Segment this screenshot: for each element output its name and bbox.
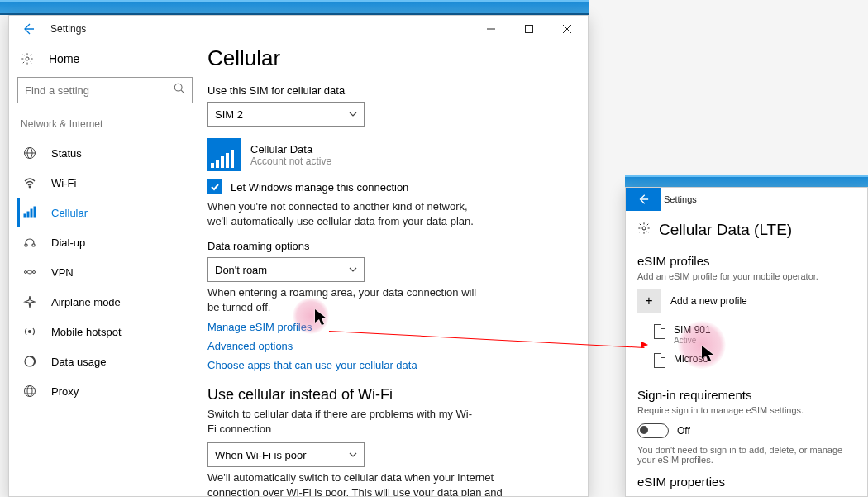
profile-name: Microso — [674, 353, 708, 365]
wifi-fallback-desc: We'll automatically switch to cellular d… — [207, 471, 513, 496]
sidebar-item-datausage[interactable]: Data usage — [17, 346, 196, 376]
airplane-icon — [23, 295, 36, 308]
globe-icon — [23, 146, 36, 160]
svg-point-17 — [25, 271, 27, 274]
svg-point-18 — [33, 271, 36, 274]
wifi-fallback-heading: Use cellular instead of Wi-Fi — [207, 386, 571, 404]
window-title: Settings — [47, 23, 472, 35]
sidebar-item-label: Mobile hotspot — [51, 326, 122, 338]
proxy-icon — [23, 385, 36, 398]
sidebar: Home Network & Internet Status Wi-Fi Cel… — [9, 42, 199, 496]
sim-card-icon — [654, 353, 665, 368]
sidebar-item-vpn[interactable]: VPN — [17, 257, 196, 287]
gear-icon — [637, 221, 651, 239]
profile-name: SIM 901 — [674, 324, 711, 336]
sim-select-value: SIM 2 — [215, 108, 243, 121]
sidebar-item-label: Data usage — [51, 356, 107, 368]
sidebar-item-label: VPN — [51, 266, 74, 279]
sim-card-icon — [654, 324, 665, 339]
toggle-off-icon — [637, 423, 669, 438]
content-pane: Cellular Use this SIM for cellular data … — [199, 42, 588, 496]
detail-heading: Cellular Data (LTE) — [659, 221, 792, 239]
svg-rect-16 — [32, 244, 35, 246]
sidebar-item-label: Cellular — [51, 207, 88, 219]
sidebar-item-hotspot[interactable]: Mobile hotspot — [17, 317, 196, 346]
wifi-fallback-value: When Wi-Fi is poor — [215, 449, 307, 461]
sidebar-item-wifi[interactable]: Wi-Fi — [17, 168, 196, 198]
profile-status: Active — [674, 336, 711, 345]
svg-point-21 — [25, 386, 36, 397]
esim-profiles-heading: eSIM profiles — [637, 254, 856, 268]
sidebar-item-status[interactable]: Status — [17, 138, 196, 168]
home-nav[interactable]: Home — [17, 49, 196, 77]
back-button[interactable] — [9, 16, 47, 42]
manage-esim-link[interactable]: Manage eSIM profiles — [207, 321, 571, 333]
search-icon — [174, 83, 185, 98]
wifi-fallback-sub: Switch to cellular data if there are pro… — [207, 407, 480, 436]
titlebar: Settings — [9, 16, 588, 42]
cellular-icon — [23, 206, 36, 219]
manage-connection-checkbox[interactable]: Let Windows manage this connection — [207, 179, 571, 194]
category-label: Network & Internet — [17, 118, 196, 138]
svg-rect-1 — [526, 26, 533, 33]
data-usage-icon — [23, 355, 36, 368]
add-profile-label: Add a new profile — [670, 295, 747, 307]
hotspot-icon — [23, 325, 36, 338]
checkbox-checked-icon — [207, 179, 222, 194]
choose-apps-link[interactable]: Choose apps that can use your cellular d… — [207, 359, 571, 371]
search-input[interactable] — [17, 77, 193, 103]
card-title: Cellular Data — [250, 143, 331, 155]
sim-select-label: Use this SIM for cellular data — [207, 84, 571, 97]
settings-window-detail: Settings Cellular Data (LTE) eSIM profil… — [625, 187, 868, 497]
window-title: Settings — [661, 194, 866, 204]
signin-toggle[interactable]: Off — [637, 423, 856, 438]
sidebar-item-dialup[interactable]: Dial-up — [17, 227, 196, 257]
back-button[interactable] — [626, 188, 661, 211]
vpn-icon — [23, 265, 36, 279]
esim-profile-1[interactable]: SIM 901 Active — [654, 324, 856, 345]
svg-point-24 — [27, 386, 32, 397]
svg-point-19 — [29, 331, 31, 333]
advanced-options-link[interactable]: Advanced options — [207, 340, 571, 352]
roaming-desc: When entering a roaming area, your data … — [207, 285, 480, 314]
maximize-button[interactable] — [510, 16, 548, 42]
cellular-card[interactable]: Cellular Data Account not active — [207, 138, 571, 171]
sidebar-item-label: Proxy — [51, 385, 79, 398]
signal-bars-icon — [207, 138, 241, 171]
svg-rect-15 — [25, 244, 27, 246]
svg-rect-11 — [24, 214, 26, 217]
chevron-down-icon — [349, 449, 357, 461]
svg-rect-14 — [34, 207, 36, 217]
roaming-value: Don't roam — [215, 264, 267, 276]
titlebar: Settings — [626, 188, 867, 211]
sidebar-item-label: Airplane mode — [51, 296, 121, 308]
detail-heading-row: Cellular Data (LTE) — [637, 221, 856, 239]
search-field[interactable] — [25, 84, 174, 97]
sidebar-item-label: Dial-up — [51, 237, 85, 249]
chevron-down-icon — [349, 264, 357, 276]
settings-window-main: Settings Home Network & Internet Status — [8, 15, 589, 497]
desktop-background-strip — [0, 0, 589, 15]
svg-rect-12 — [27, 212, 29, 217]
svg-point-10 — [29, 186, 31, 188]
sidebar-item-airplane[interactable]: Airplane mode — [17, 287, 196, 317]
sidebar-item-proxy[interactable]: Proxy — [17, 376, 196, 406]
page-heading: Cellular — [207, 45, 571, 71]
sim-select[interactable]: SIM 2 — [207, 102, 365, 127]
add-profile-button[interactable]: + Add a new profile — [637, 289, 856, 313]
close-button[interactable] — [548, 16, 586, 42]
roaming-select[interactable]: Don't roam — [207, 257, 365, 282]
gear-icon — [21, 52, 34, 65]
checkbox-label: Let Windows manage this connection — [231, 181, 408, 194]
svg-point-25 — [642, 227, 646, 230]
card-subtitle: Account not active — [250, 155, 331, 167]
toggle-label: Off — [677, 425, 690, 437]
esim-profile-2[interactable]: Microso — [654, 353, 856, 368]
svg-point-4 — [26, 57, 29, 60]
svg-point-5 — [174, 84, 182, 91]
wifi-fallback-select[interactable]: When Wi-Fi is poor — [207, 442, 365, 467]
minimize-button[interactable] — [472, 16, 510, 42]
signin-heading: Sign-in requirements — [637, 388, 856, 402]
chevron-down-icon — [349, 108, 357, 121]
sidebar-item-cellular[interactable]: Cellular — [17, 198, 196, 227]
